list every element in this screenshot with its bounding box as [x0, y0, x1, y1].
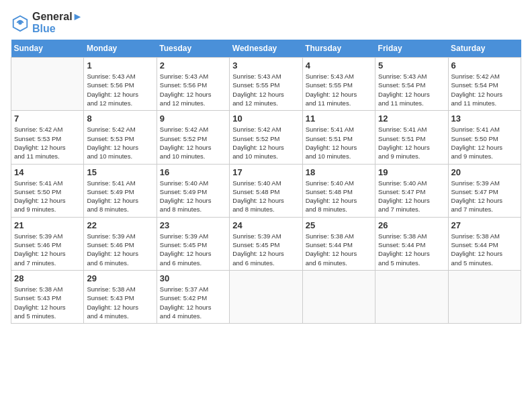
- calendar-cell: 27Sunrise: 5:38 AM Sunset: 5:44 PM Dayli…: [448, 217, 521, 270]
- day-info: Sunrise: 5:39 AM Sunset: 5:45 PM Dayligh…: [232, 232, 299, 267]
- calendar-cell: 26Sunrise: 5:38 AM Sunset: 5:44 PM Dayli…: [375, 217, 448, 270]
- day-info: Sunrise: 5:42 AM Sunset: 5:52 PM Dayligh…: [160, 125, 226, 161]
- calendar-cell: 6Sunrise: 5:42 AM Sunset: 5:54 PM Daylig…: [448, 58, 521, 111]
- calendar-cell: 21Sunrise: 5:39 AM Sunset: 5:46 PM Dayli…: [11, 217, 84, 270]
- calendar-cell: 1Sunrise: 5:43 AM Sunset: 5:56 PM Daylig…: [84, 58, 157, 111]
- day-number: 9: [160, 113, 226, 124]
- day-number: 1: [87, 60, 153, 71]
- day-info: Sunrise: 5:39 AM Sunset: 5:46 PM Dayligh…: [14, 232, 81, 267]
- calendar-cell: [11, 58, 84, 111]
- calendar-cell: 13Sunrise: 5:41 AM Sunset: 5:50 PM Dayli…: [448, 111, 521, 164]
- day-number: 30: [160, 273, 226, 283]
- calendar-cell: 14Sunrise: 5:41 AM Sunset: 5:50 PM Dayli…: [11, 164, 84, 217]
- calendar-cell: 29Sunrise: 5:38 AM Sunset: 5:43 PM Dayli…: [84, 270, 157, 323]
- day-info: Sunrise: 5:41 AM Sunset: 5:50 PM Dayligh…: [14, 179, 81, 214]
- day-number: 10: [232, 113, 299, 124]
- day-info: Sunrise: 5:38 AM Sunset: 5:44 PM Dayligh…: [306, 232, 372, 267]
- calendar-cell: 25Sunrise: 5:38 AM Sunset: 5:44 PM Dayli…: [302, 217, 375, 270]
- calendar-cell: [375, 270, 448, 323]
- day-number: 20: [451, 167, 518, 177]
- day-number: 14: [14, 167, 81, 177]
- day-number: 19: [378, 167, 445, 177]
- day-number: 25: [306, 220, 372, 230]
- calendar-cell: 17Sunrise: 5:40 AM Sunset: 5:48 PM Dayli…: [230, 164, 302, 217]
- day-info: Sunrise: 5:40 AM Sunset: 5:48 PM Dayligh…: [306, 179, 372, 214]
- day-number: 16: [160, 167, 226, 177]
- calendar-week-4: 21Sunrise: 5:39 AM Sunset: 5:46 PM Dayli…: [11, 217, 521, 270]
- calendar-cell: 30Sunrise: 5:37 AM Sunset: 5:42 PM Dayli…: [157, 270, 229, 323]
- day-number: 18: [306, 167, 372, 177]
- calendar-cell: 3Sunrise: 5:43 AM Sunset: 5:55 PM Daylig…: [230, 58, 302, 111]
- calendar-week-5: 28Sunrise: 5:38 AM Sunset: 5:43 PM Dayli…: [11, 270, 521, 323]
- calendar-cell: 12Sunrise: 5:41 AM Sunset: 5:51 PM Dayli…: [375, 111, 448, 164]
- calendar-cell: 15Sunrise: 5:41 AM Sunset: 5:49 PM Dayli…: [84, 164, 157, 217]
- day-number: 28: [14, 273, 81, 283]
- calendar-cell: 20Sunrise: 5:39 AM Sunset: 5:47 PM Dayli…: [448, 164, 521, 217]
- header-tuesday: Tuesday: [157, 40, 229, 58]
- day-number: 2: [160, 60, 226, 71]
- logo: General► Blue: [11, 11, 83, 34]
- header-friday: Friday: [375, 40, 448, 58]
- header-monday: Monday: [84, 40, 157, 58]
- calendar-cell: 10Sunrise: 5:42 AM Sunset: 5:52 PM Dayli…: [230, 111, 302, 164]
- day-info: Sunrise: 5:40 AM Sunset: 5:49 PM Dayligh…: [160, 179, 226, 214]
- day-number: 27: [451, 220, 518, 230]
- day-info: Sunrise: 5:40 AM Sunset: 5:47 PM Dayligh…: [378, 179, 445, 214]
- calendar-cell: [302, 270, 375, 323]
- day-info: Sunrise: 5:41 AM Sunset: 5:51 PM Dayligh…: [378, 125, 445, 161]
- day-info: Sunrise: 5:42 AM Sunset: 5:53 PM Dayligh…: [87, 125, 153, 161]
- calendar-cell: 7Sunrise: 5:42 AM Sunset: 5:53 PM Daylig…: [11, 111, 84, 164]
- calendar-cell: 16Sunrise: 5:40 AM Sunset: 5:49 PM Dayli…: [157, 164, 229, 217]
- logo-icon: [11, 13, 30, 32]
- day-info: Sunrise: 5:41 AM Sunset: 5:49 PM Dayligh…: [87, 179, 153, 214]
- calendar-cell: 22Sunrise: 5:39 AM Sunset: 5:46 PM Dayli…: [84, 217, 157, 270]
- day-info: Sunrise: 5:42 AM Sunset: 5:54 PM Dayligh…: [451, 72, 518, 107]
- header-sunday: Sunday: [11, 40, 84, 58]
- calendar-cell: [230, 270, 302, 323]
- calendar-cell: 23Sunrise: 5:39 AM Sunset: 5:45 PM Dayli…: [157, 217, 229, 270]
- calendar-header-row: SundayMondayTuesdayWednesdayThursdayFrid…: [11, 40, 521, 58]
- calendar-cell: [448, 270, 521, 323]
- calendar-table: SundayMondayTuesdayWednesdayThursdayFrid…: [11, 40, 521, 324]
- day-number: 13: [451, 113, 518, 124]
- day-number: 4: [306, 60, 372, 71]
- day-info: Sunrise: 5:42 AM Sunset: 5:52 PM Dayligh…: [232, 125, 299, 161]
- page-header: General► Blue: [11, 11, 521, 34]
- day-info: Sunrise: 5:39 AM Sunset: 5:46 PM Dayligh…: [87, 232, 153, 267]
- calendar-week-3: 14Sunrise: 5:41 AM Sunset: 5:50 PM Dayli…: [11, 164, 521, 217]
- calendar-cell: 24Sunrise: 5:39 AM Sunset: 5:45 PM Dayli…: [230, 217, 302, 270]
- day-info: Sunrise: 5:43 AM Sunset: 5:55 PM Dayligh…: [232, 72, 299, 107]
- day-info: Sunrise: 5:39 AM Sunset: 5:45 PM Dayligh…: [160, 232, 226, 267]
- day-number: 7: [14, 113, 81, 124]
- day-number: 8: [87, 113, 153, 124]
- day-info: Sunrise: 5:40 AM Sunset: 5:48 PM Dayligh…: [232, 179, 299, 214]
- day-info: Sunrise: 5:38 AM Sunset: 5:43 PM Dayligh…: [14, 285, 81, 320]
- calendar-cell: 28Sunrise: 5:38 AM Sunset: 5:43 PM Dayli…: [11, 270, 84, 323]
- logo-line1: General►: [32, 11, 83, 23]
- day-info: Sunrise: 5:41 AM Sunset: 5:51 PM Dayligh…: [306, 125, 372, 161]
- day-number: 3: [232, 60, 299, 71]
- header-wednesday: Wednesday: [230, 40, 302, 58]
- calendar-cell: 8Sunrise: 5:42 AM Sunset: 5:53 PM Daylig…: [84, 111, 157, 164]
- svg-point-2: [18, 21, 22, 25]
- day-number: 29: [87, 273, 153, 283]
- day-number: 15: [87, 167, 153, 177]
- calendar-cell: 4Sunrise: 5:43 AM Sunset: 5:55 PM Daylig…: [302, 58, 375, 111]
- day-info: Sunrise: 5:43 AM Sunset: 5:56 PM Dayligh…: [160, 72, 226, 107]
- day-info: Sunrise: 5:42 AM Sunset: 5:53 PM Dayligh…: [14, 125, 81, 161]
- day-info: Sunrise: 5:38 AM Sunset: 5:43 PM Dayligh…: [87, 285, 153, 320]
- day-number: 22: [87, 220, 153, 230]
- day-number: 11: [306, 113, 372, 124]
- header-thursday: Thursday: [302, 40, 375, 58]
- day-number: 21: [14, 220, 81, 230]
- calendar-cell: 2Sunrise: 5:43 AM Sunset: 5:56 PM Daylig…: [157, 58, 229, 111]
- calendar-cell: 19Sunrise: 5:40 AM Sunset: 5:47 PM Dayli…: [375, 164, 448, 217]
- day-number: 24: [232, 220, 299, 230]
- calendar-cell: 11Sunrise: 5:41 AM Sunset: 5:51 PM Dayli…: [302, 111, 375, 164]
- day-number: 23: [160, 220, 226, 230]
- calendar-week-2: 7Sunrise: 5:42 AM Sunset: 5:53 PM Daylig…: [11, 111, 521, 164]
- day-number: 12: [378, 113, 445, 124]
- calendar-week-1: 1Sunrise: 5:43 AM Sunset: 5:56 PM Daylig…: [11, 58, 521, 111]
- day-number: 6: [451, 60, 518, 71]
- day-info: Sunrise: 5:43 AM Sunset: 5:54 PM Dayligh…: [378, 72, 445, 107]
